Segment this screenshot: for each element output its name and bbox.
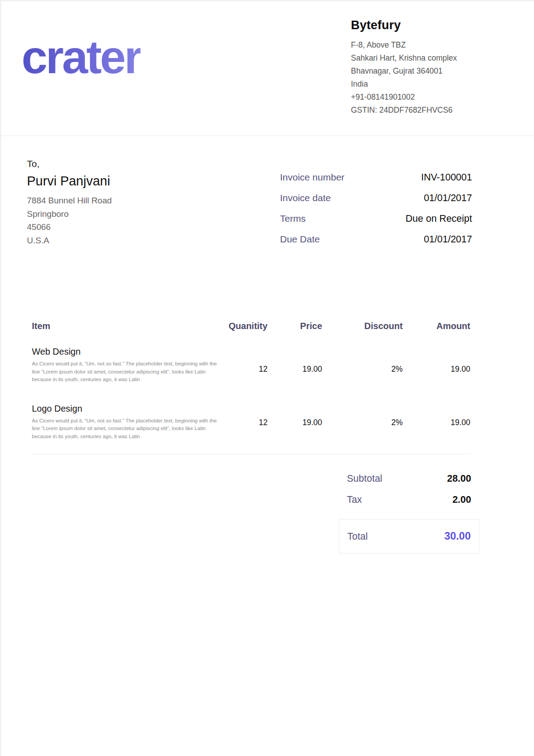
due-date-value: 01/01/2017 [424,234,472,245]
crater-logo: crater [22,34,140,80]
item-price: 19.00 [267,347,322,404]
invoice-date-label: Invoice date [280,193,331,203]
table-row: Web Design As Cicero would put it, “Um, … [32,347,470,404]
column-header-amount: Amount [403,321,470,347]
totals-section: Subtotal 28.00 Tax 2.00 Total 30.00 [1,454,534,554]
bill-to-label: To, [27,158,112,169]
due-date-row: Due Date 01/01/2017 [280,234,472,245]
invoice-date-value: 01/01/2017 [424,193,472,204]
items-section: Item Quanitity Price Discount Amount Web… [1,255,534,454]
subtotal-value: 28.00 [447,473,471,484]
item-amount: 19.00 [403,404,470,454]
invoice-header: crater Bytefury F-8, Above TBZ Sahkari H… [1,1,534,136]
grand-total-value: 30.00 [444,530,471,542]
item-amount: 19.00 [403,347,470,404]
due-date-label: Due Date [280,234,320,245]
column-header-discount: Discount [322,321,403,347]
company-address-line: India [351,78,476,91]
item-discount: 2% [322,404,403,454]
tax-label: Tax [347,494,362,505]
grand-total-box: Total 30.00 [339,519,479,554]
item-description: As Cicero would put it, “Um, not so fast… [32,417,219,441]
items-table-header-row: Item Quanitity Price Discount Amount [32,321,470,347]
subtotal-row: Subtotal 28.00 [339,473,479,484]
item-price: 19.00 [267,404,322,454]
bill-to-block: To, Purvi Panjvani 7884 Bunnel Hill Road… [27,158,112,255]
item-quantity: 12 [219,347,267,404]
company-address-line: Bhavnagar, Gujrat 364001 [351,65,476,78]
column-header-item: Item [32,321,219,347]
customer-address-line: U.S.A [27,234,112,247]
item-cell: Web Design As Cicero would put it, “Um, … [32,347,219,404]
item-cell: Logo Design As Cicero would put it, “Um,… [32,404,219,454]
company-phone: +91-08141901002 [351,91,476,104]
terms-label: Terms [280,213,306,224]
customer-address: 7884 Bunnel Hill Road Springboro 45066 U… [27,194,112,247]
invoice-page: crater Bytefury F-8, Above TBZ Sahkari H… [0,0,534,756]
item-name: Logo Design [32,404,219,414]
grand-total-label: Total [347,531,368,542]
invoice-date-row: Invoice date 01/01/2017 [280,193,472,204]
column-header-price: Price [267,321,322,347]
customer-name: Purvi Panjvani [27,174,112,189]
company-address: F-8, Above TBZ Sahkari Hart, Krishna com… [351,39,476,117]
terms-value: Due on Receipt [406,213,472,224]
item-name: Web Design [32,347,219,357]
company-name: Bytefury [351,18,476,32]
item-description: As Cicero would put it, “Um, not so fast… [32,360,219,384]
invoice-meta: Invoice number INV-100001 Invoice date 0… [280,158,472,255]
company-info: Bytefury F-8, Above TBZ Sahkari Hart, Kr… [351,15,476,117]
items-table: Item Quanitity Price Discount Amount Web… [32,321,470,454]
column-header-quantity: Quanitity [219,321,267,347]
invoice-number-row: Invoice number INV-100001 [280,172,472,183]
customer-address-line: Springboro [27,207,112,221]
tax-row: Tax 2.00 [339,494,479,505]
item-quantity: 12 [219,404,267,454]
invoice-number-label: Invoice number [280,172,345,183]
customer-address-line: 7884 Bunnel Hill Road [27,194,112,207]
tax-value: 2.00 [452,494,471,505]
invoice-number-value: INV-100001 [421,172,472,183]
terms-row: Terms Due on Receipt [280,213,472,224]
addresses-section: To, Purvi Panjvani 7884 Bunnel Hill Road… [1,136,534,255]
customer-address-line: 45066 [27,220,112,234]
company-address-line: Sahkari Hart, Krishna complex [351,52,476,65]
company-address-line: F-8, Above TBZ [351,39,476,52]
table-row: Logo Design As Cicero would put it, “Um,… [32,404,470,454]
company-gstin: GSTIN: 24DDF7682FHVCS6 [351,104,476,117]
subtotal-label: Subtotal [347,473,382,484]
item-discount: 2% [322,347,403,404]
